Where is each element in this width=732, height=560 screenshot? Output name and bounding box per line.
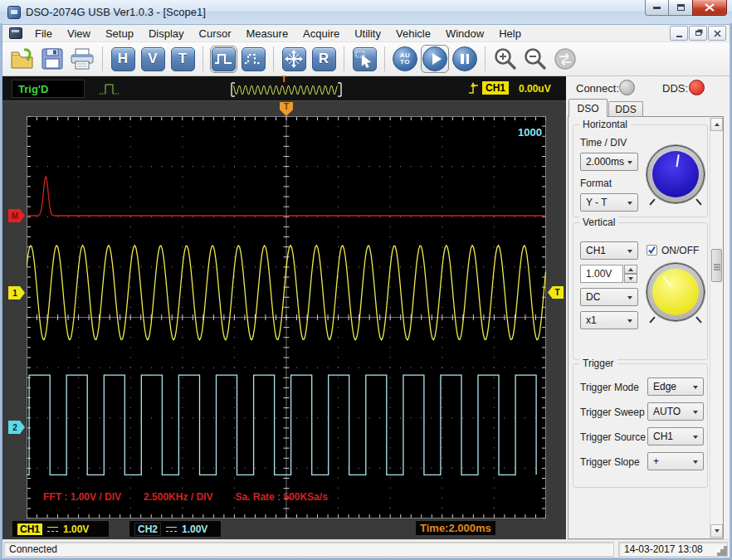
- toolbar-separator: [273, 46, 274, 71]
- math-position-marker[interactable]: M: [8, 209, 25, 222]
- dds-indicator: [689, 80, 705, 95]
- open-button[interactable]: [8, 45, 37, 73]
- ch1-position-marker[interactable]: 1: [8, 286, 25, 299]
- trigger-status-row: Trig'D T CH1 0.00uV: [2, 76, 566, 101]
- menu-help[interactable]: Help: [491, 26, 529, 41]
- trigger-slope-value: +: [653, 455, 659, 467]
- scope-grid: [27, 116, 546, 519]
- pause-icon: [461, 54, 469, 64]
- v-cursor-button[interactable]: V: [139, 45, 167, 73]
- menu-view[interactable]: View: [60, 26, 98, 41]
- t-label: T: [171, 47, 195, 71]
- scroll-up-button[interactable]: [710, 118, 723, 131]
- menu-utility[interactable]: Utility: [347, 26, 388, 41]
- menu-display[interactable]: Display: [141, 26, 192, 41]
- chevron-down-icon: [627, 250, 632, 256]
- time-div-select[interactable]: 2.000ms: [580, 153, 638, 171]
- menu-cursor[interactable]: Cursor: [192, 26, 239, 41]
- t-cursor-button[interactable]: T: [168, 45, 197, 73]
- trigger-mode-select[interactable]: Edge: [647, 377, 704, 396]
- mdi-close-button[interactable]: [708, 26, 726, 41]
- mdi-minimize-button[interactable]: [670, 26, 688, 41]
- horizontal-group: Horizontal Time / DIV 2.000ms Format Y -…: [573, 124, 708, 217]
- record-button[interactable]: R: [310, 45, 338, 73]
- menu-acquire[interactable]: Acquire: [295, 26, 347, 41]
- trigger-slope-label: Trigger Slope: [580, 456, 640, 468]
- transfer-button: [551, 45, 579, 73]
- chevron-up-icon: [715, 120, 720, 126]
- pause-button[interactable]: [451, 45, 479, 73]
- zoom-out-button[interactable]: [521, 45, 549, 73]
- dashed-square-wave-icon: [243, 49, 263, 69]
- ch1-readout: CH1 1.00V: [12, 520, 110, 538]
- pointer-mode-button[interactable]: [350, 45, 378, 73]
- trigger-group-title: Trigger: [579, 358, 617, 369]
- menu-measure[interactable]: Measure: [239, 26, 296, 41]
- chevron-down-icon: [627, 319, 632, 325]
- coupling-select[interactable]: DC: [580, 288, 638, 306]
- menu-vehicle[interactable]: Vehicle: [388, 26, 438, 41]
- scroll-down-button[interactable]: [710, 524, 723, 538]
- onoff-checkbox[interactable]: [647, 245, 657, 256]
- waveform-sample-button[interactable]: [239, 45, 267, 73]
- self-cal-button[interactable]: [280, 45, 308, 73]
- print-button[interactable]: [68, 45, 96, 73]
- spinner-down-button[interactable]: [624, 274, 637, 283]
- close-button[interactable]: [692, 0, 727, 16]
- tab-dso[interactable]: DSO: [569, 99, 608, 117]
- connection-status: Connected: [3, 542, 614, 557]
- trigger-source-select[interactable]: CH1: [647, 427, 704, 446]
- toolbar-separator: [102, 46, 103, 71]
- vertical-knob[interactable]: [647, 263, 705, 321]
- probe-select[interactable]: x1: [580, 311, 638, 329]
- autoset-button[interactable]: AU TO: [391, 45, 419, 73]
- menu-file[interactable]: File: [27, 26, 60, 41]
- toolbar: H V T: [2, 42, 730, 76]
- folder-open-icon: [10, 47, 35, 71]
- ch2-position-marker[interactable]: 2: [8, 421, 25, 434]
- mdi-restore-button[interactable]: [689, 26, 707, 41]
- panel-scrollbar[interactable]: [710, 118, 722, 538]
- chevron-down-icon: [627, 202, 632, 207]
- cursor-arrow-icon: [354, 49, 374, 69]
- maximize-button[interactable]: [669, 0, 692, 16]
- trigger-source-label: Trigger Source: [580, 431, 646, 443]
- tab-dds[interactable]: DDS: [608, 101, 643, 117]
- minimize-icon: [653, 7, 661, 9]
- format-value: Y - T: [586, 197, 608, 208]
- time-div-value: 2.000ms: [586, 156, 624, 168]
- chevron-down-icon: [627, 296, 632, 302]
- format-select[interactable]: Y - T: [580, 193, 638, 212]
- menu-setup[interactable]: Setup: [98, 26, 141, 41]
- resize-grip[interactable]: [724, 546, 727, 549]
- run-button[interactable]: [421, 45, 449, 73]
- save-button[interactable]: [38, 45, 66, 73]
- scrollbar-thumb[interactable]: [711, 249, 722, 282]
- chevron-down-icon: [628, 277, 633, 283]
- channel-select[interactable]: CH1: [580, 241, 638, 260]
- trigger-level-marker[interactable]: T: [548, 286, 564, 299]
- ch1-coupling-icon: [47, 527, 58, 532]
- document-icon[interactable]: [9, 27, 22, 39]
- volts-div-value: 1.00V: [580, 265, 623, 283]
- ch2-coupling-icon: [166, 527, 177, 532]
- trigger-slope-select[interactable]: +: [647, 452, 704, 470]
- trigger-sweep-select[interactable]: AUTO: [647, 402, 704, 421]
- vertical-group-title: Vertical: [579, 217, 618, 228]
- ch2-readout: CH2 1.00V: [129, 520, 222, 538]
- scope-display-area: 1000 FFT : 1.00V / DIV 2.500KHz / DIV Sa…: [2, 101, 566, 539]
- trigger-time-marker[interactable]: T: [280, 102, 293, 116]
- spinner-up-button[interactable]: [624, 265, 637, 274]
- horizontal-knob[interactable]: [647, 145, 705, 203]
- zoom-in-button[interactable]: [491, 45, 520, 73]
- app-icon[interactable]: [7, 6, 21, 19]
- time-div-label: Time / DIV: [580, 137, 627, 149]
- trigger-group: Trigger Trigger Mode Edge Trigger Sweep …: [573, 363, 708, 488]
- volts-div-spinner[interactable]: 1.00V: [580, 265, 637, 283]
- minimize-button[interactable]: [645, 0, 669, 16]
- zoom-in-icon: [493, 46, 518, 71]
- waveform-display-button[interactable]: [209, 45, 237, 73]
- h-cursor-button[interactable]: H: [109, 45, 137, 73]
- menu-window[interactable]: Window: [438, 26, 491, 41]
- dds-label: DDS:: [662, 82, 688, 95]
